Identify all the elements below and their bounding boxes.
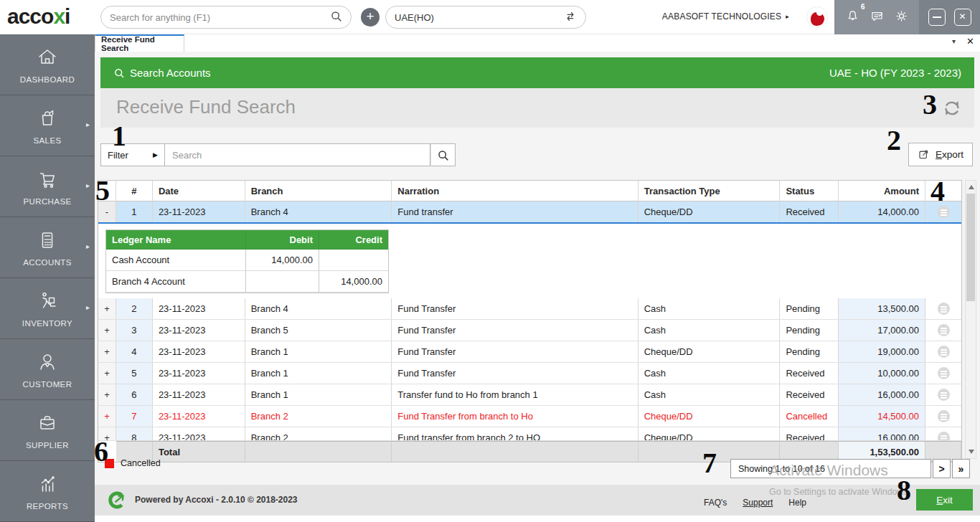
cancelled-legend-label: Cancelled: [121, 458, 161, 468]
icon-tray: 6: [834, 0, 919, 34]
notification-badge: 6: [861, 3, 865, 11]
table-body: - 1 23-11-2023 Branch 4 Fund transfer Ch…: [98, 201, 961, 441]
header-date[interactable]: Date: [153, 181, 245, 201]
cell-row-menu: [925, 298, 961, 319]
row-menu-icon[interactable]: [938, 324, 950, 336]
expand-toggle[interactable]: +: [98, 298, 116, 319]
table-scrollbar[interactable]: [965, 180, 976, 459]
row-menu-icon[interactable]: [938, 367, 950, 379]
help-link[interactable]: Help: [788, 498, 806, 508]
expand-toggle[interactable]: +: [98, 384, 116, 405]
header-branch[interactable]: Branch: [245, 181, 392, 201]
sidebar-item-label: CUSTOMER: [23, 380, 72, 389]
row-menu-icon[interactable]: [938, 432, 950, 441]
page-title: Receive Fund Search: [116, 96, 296, 118]
sidebar-item-sales[interactable]: SALES▸: [0, 95, 95, 156]
add-new-button[interactable]: +: [361, 8, 380, 27]
settings-button[interactable]: [894, 9, 909, 27]
table-row[interactable]: + 4 23-11-2023 Branch 1 Fund Transfer Ch…: [98, 341, 961, 363]
table-row[interactable]: + 7 23-11-2023 Branch 2 Fund Transfer fr…: [98, 406, 961, 427]
scrollbar-thumb[interactable]: [966, 194, 975, 301]
cancelled-legend: Cancelled: [105, 458, 161, 468]
tab-close-icon[interactable]: ✕: [966, 36, 974, 47]
sidebar-item-customer[interactable]: CUSTOMER: [0, 339, 95, 400]
table-search-button[interactable]: [430, 143, 456, 166]
tab-receive-fund-search[interactable]: Receive Fund Search: [95, 34, 184, 52]
sidebar-item-reports[interactable]: REPORTS: [0, 461, 95, 522]
row-menu-icon[interactable]: [938, 206, 950, 218]
cell-status: Received: [780, 363, 839, 384]
row-menu-icon[interactable]: [938, 389, 950, 401]
table-row[interactable]: + 6 23-11-2023 Branch 1 Transfer fund to…: [98, 384, 961, 406]
accoxi-footer-logo-icon: [108, 490, 127, 510]
cell-transaction-type: Cheque/DD: [639, 406, 781, 427]
row-menu-icon[interactable]: [938, 346, 950, 358]
cell-status: Cancelled: [780, 406, 839, 427]
company-menu[interactable]: AABASOFT TECHNOLOGIES ▸: [662, 11, 789, 22]
cell-date: 23-11-2023: [153, 363, 245, 384]
switch-branch-icon[interactable]: [564, 10, 577, 25]
row-menu-icon[interactable]: [938, 303, 950, 315]
cell-row-menu: [925, 363, 961, 384]
scroll-down-icon[interactable]: [969, 450, 974, 454]
faqs-link[interactable]: FAQ's: [704, 498, 727, 508]
header-amount[interactable]: Amount: [839, 181, 925, 201]
table-header-row: # Date Branch Narration Transaction Type…: [98, 181, 961, 201]
cell-transaction-type: Cash: [639, 384, 781, 405]
table-row[interactable]: - 1 23-11-2023 Branch 4 Fund transfer Ch…: [98, 201, 961, 224]
header-status[interactable]: Status: [780, 181, 839, 201]
table-row[interactable]: + 8 23-11-2023 Branch 2 Fund transfer fr…: [98, 427, 961, 441]
annotation-6: 6: [94, 437, 108, 466]
accounts-calculator-icon: [36, 229, 59, 255]
scroll-up-icon[interactable]: [969, 185, 974, 189]
messages-button[interactable]: [870, 9, 885, 27]
expand-toggle[interactable]: +: [98, 341, 116, 362]
header-narration[interactable]: Narration: [392, 181, 638, 201]
cell-branch: Branch 1: [245, 363, 392, 384]
minimize-button[interactable]: [928, 9, 946, 26]
last-page-button[interactable]: »: [952, 459, 970, 478]
window-controls: ✕: [919, 0, 980, 34]
table-search-input[interactable]: Search: [165, 143, 430, 166]
sidebar-item-supplier[interactable]: SUPPLIER: [0, 400, 95, 461]
cell-row-menu: [925, 341, 961, 362]
tab-list-dropdown-icon[interactable]: ▾: [952, 37, 956, 45]
ledger-cell-debit: 14,000.00: [246, 250, 319, 271]
header-num[interactable]: #: [116, 181, 153, 201]
table-row[interactable]: + 5 23-11-2023 Branch 1 Fund Transfer Ca…: [98, 363, 961, 384]
expand-toggle[interactable]: +: [98, 320, 116, 341]
sidebar-item-inventory[interactable]: INVENTORY▸: [0, 278, 95, 339]
ledger-cell-debit: [246, 271, 319, 293]
header-transaction-type[interactable]: Transaction Type: [639, 181, 781, 201]
expand-toggle[interactable]: +: [98, 363, 116, 384]
ledger-row: Cash Account14,000.00: [106, 250, 388, 271]
table-row[interactable]: + 3 23-11-2023 Branch 5 Fund Transfer Ca…: [98, 320, 961, 341]
annotation-8: 8: [897, 476, 911, 505]
export-button[interactable]: Export: [908, 143, 973, 166]
filter-dropdown[interactable]: Filter ▶: [100, 143, 165, 166]
gear-icon: [894, 9, 909, 24]
sidebar-item-dashboard[interactable]: DASHBOARD: [0, 34, 95, 95]
ledger-header-credit: Credit: [319, 230, 388, 250]
ledger-header-row: Ledger Name Debit Credit: [106, 230, 388, 250]
global-search-input[interactable]: Search for anything (F1): [100, 6, 352, 29]
expand-toggle[interactable]: +: [98, 406, 116, 427]
cell-amount: 19,000.00: [839, 341, 925, 362]
sidebar-item-accounts[interactable]: ACCOUNTS▸: [0, 217, 95, 278]
support-link[interactable]: Support: [743, 498, 773, 508]
cell-row-menu: [925, 406, 961, 427]
exit-button[interactable]: Exit: [916, 489, 973, 511]
notifications-button[interactable]: 6: [845, 9, 860, 27]
chevron-right-icon: ▸: [86, 303, 90, 311]
refresh-button[interactable]: [941, 98, 963, 119]
filter-bar: Filter ▶ Search: [100, 143, 456, 166]
branch-selector[interactable]: UAE(HO): [385, 6, 586, 29]
close-window-button[interactable]: ✕: [954, 9, 971, 26]
user-avatar[interactable]: [806, 6, 828, 28]
table-row[interactable]: + 2 23-11-2023 Branch 4 Fund Transfer Ca…: [98, 298, 961, 320]
sidebar-nav: DASHBOARDSALES▸PURCHASE▸ACCOUNTS▸INVENTO…: [0, 34, 95, 522]
cell-status: Received: [780, 201, 839, 222]
next-page-button[interactable]: >: [933, 459, 951, 478]
sidebar-item-purchase[interactable]: PURCHASE▸: [0, 156, 95, 217]
row-menu-icon[interactable]: [938, 410, 950, 422]
